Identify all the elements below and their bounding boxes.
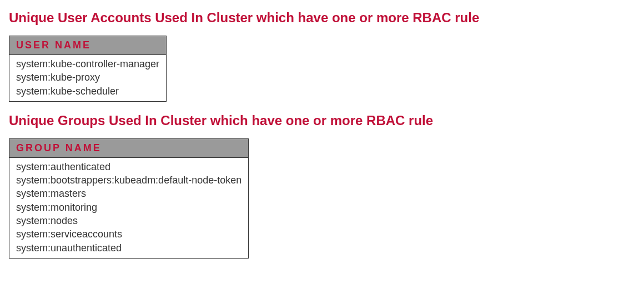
table-row: system:unauthenticated: [16, 241, 242, 255]
table-row: system:bootstrappers:kubeadm:default-nod…: [16, 173, 242, 187]
users-table-header: User Name: [9, 36, 166, 55]
table-row: system:nodes: [16, 214, 242, 227]
groups-table-header: Group Name: [9, 139, 248, 158]
section-title-users: Unique User Accounts Used In Cluster whi…: [9, 10, 635, 26]
groups-table-body: system:authenticated system:bootstrapper…: [9, 158, 248, 258]
section-title-groups: Unique Groups Used In Cluster which have…: [9, 113, 635, 128]
users-table: User Name system:kube-controller-manager…: [9, 36, 167, 102]
table-row: system:serviceaccounts: [16, 227, 242, 241]
table-row: system:authenticated: [16, 160, 242, 173]
users-table-body: system:kube-controller-manager system:ku…: [9, 55, 166, 101]
table-row: system:monitoring: [16, 201, 242, 214]
table-row: system:kube-proxy: [16, 71, 159, 84]
table-row: system:kube-scheduler: [16, 85, 159, 98]
groups-table: Group Name system:authenticated system:b…: [9, 138, 249, 259]
table-row: system:kube-controller-manager: [16, 57, 159, 71]
table-row: system:masters: [16, 187, 242, 200]
